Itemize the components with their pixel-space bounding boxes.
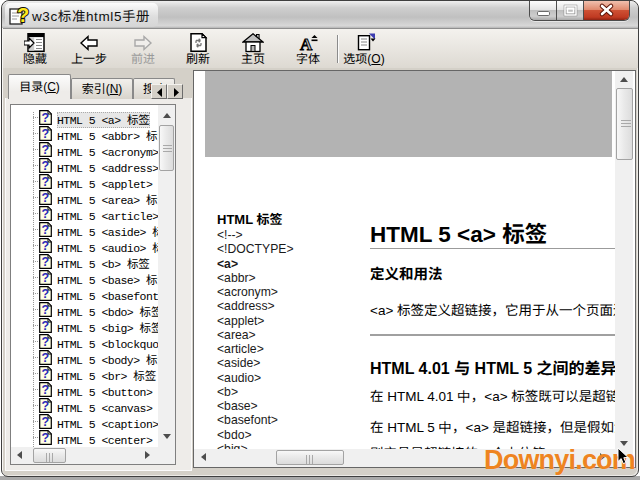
- svg-text:?: ?: [42, 207, 49, 221]
- svg-text:?: ?: [42, 383, 49, 397]
- svg-text:?: ?: [42, 367, 49, 381]
- svg-text:?: ?: [42, 335, 49, 349]
- svg-text:A: A: [300, 35, 313, 53]
- svg-text:?: ?: [42, 223, 49, 237]
- svg-text:?: ?: [42, 239, 49, 253]
- svg-text:?: ?: [42, 191, 49, 205]
- svg-text:?: ?: [42, 143, 49, 157]
- svg-text:?: ?: [42, 415, 49, 429]
- svg-text:?: ?: [42, 351, 49, 365]
- svg-text:?: ?: [42, 175, 49, 189]
- svg-text:?: ?: [42, 127, 49, 141]
- svg-text:?: ?: [42, 319, 49, 333]
- svg-text:?: ?: [42, 303, 49, 317]
- svg-text:?: ?: [42, 287, 49, 301]
- svg-text:?: ?: [42, 111, 49, 125]
- svg-text:?: ?: [42, 431, 49, 445]
- svg-text:?: ?: [42, 159, 49, 173]
- svg-text:?: ?: [42, 271, 49, 285]
- svg-text:?: ?: [42, 255, 49, 269]
- svg-text:?: ?: [17, 4, 29, 26]
- svg-text:?: ?: [42, 399, 49, 413]
